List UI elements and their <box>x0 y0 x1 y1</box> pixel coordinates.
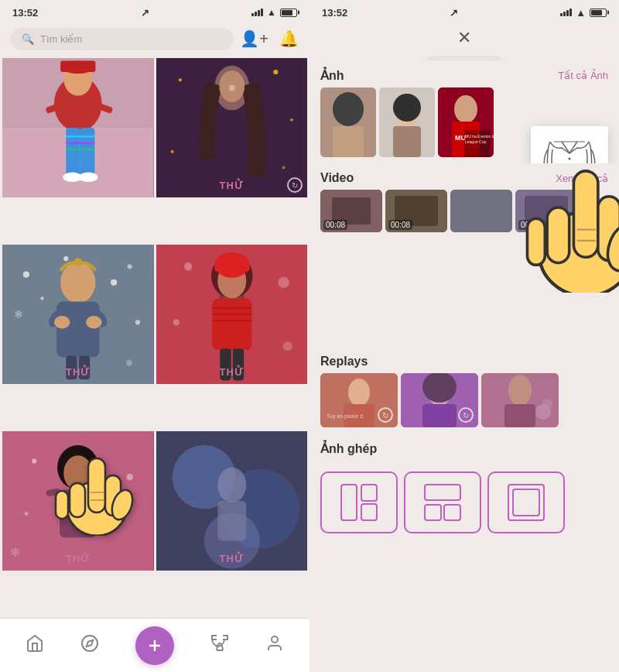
photos-link[interactable]: Tất cả Ảnh <box>558 70 608 81</box>
thu-label-4: THỬ <box>156 366 308 378</box>
svg-rect-140 <box>361 504 377 520</box>
svg-rect-10 <box>66 149 94 150</box>
svg-rect-135 <box>504 404 535 427</box>
fashion-popup <box>531 126 608 163</box>
search-input-right[interactable]: 🔍 Tìm kiếm <box>423 56 505 60</box>
photo-thumb-1[interactable] <box>320 87 376 157</box>
svg-point-100 <box>569 158 571 160</box>
svg-point-20 <box>282 166 285 169</box>
replay-icon-rt2: ↻ <box>458 407 474 423</box>
svg-point-134 <box>508 375 532 406</box>
video-section-header: Video Xem Tất cả <box>310 163 619 190</box>
search-icon-left: 🔍 <box>22 33 34 45</box>
video-thumb-4[interactable]: 00:11 <box>515 190 577 232</box>
replay-thumb-2[interactable]: ↻ <box>401 373 478 427</box>
nav-explore[interactable] <box>80 634 99 657</box>
wifi-icon: ▲ <box>267 7 276 18</box>
nav-profile[interactable] <box>265 634 284 657</box>
svg-point-30 <box>135 320 140 324</box>
svg-rect-142 <box>425 505 441 520</box>
svg-text:✦: ✦ <box>22 509 30 519</box>
collage-section <box>310 461 619 538</box>
svg-point-12 <box>79 173 98 182</box>
wifi-icon-right: ▲ <box>576 7 586 19</box>
svg-rect-52 <box>214 262 249 271</box>
svg-rect-35 <box>56 302 100 358</box>
search-placeholder-left: Tìm kiếm <box>40 33 82 45</box>
thu-label-2: THỬ <box>156 180 308 191</box>
photos-title: Ảnh <box>320 68 344 83</box>
svg-rect-98 <box>393 126 421 157</box>
collage-section-header: Ảnh ghép <box>310 434 619 461</box>
replay-icon-rt1: ↻ <box>378 407 393 423</box>
photo-thumb-2[interactable] <box>379 87 435 157</box>
left-panel: 13:52 ↗ ▲ 🔍 Tìm kiếm 👤+ 🔔 <box>0 0 310 672</box>
search-input-left[interactable]: 🔍 Tìm kiếm <box>11 28 234 50</box>
grid-item-1[interactable] <box>2 58 154 197</box>
svg-point-43 <box>173 319 179 325</box>
svg-rect-145 <box>513 489 539 516</box>
grid-item-6[interactable]: THỬ <box>156 431 308 571</box>
svg-point-75 <box>217 468 246 502</box>
replay-thumb-1[interactable]: Tuy an plaisir d ↻ <box>320 373 398 427</box>
svg-rect-5 <box>60 61 95 72</box>
status-bar-right: 13:52 ↗ ▲ <box>310 0 619 22</box>
svg-point-19 <box>170 150 173 153</box>
svg-text:MU: MU <box>455 134 466 142</box>
svg-point-27 <box>111 279 117 286</box>
replay-thumb-3[interactable] <box>481 373 559 427</box>
photo-thumb-4[interactable]: MU MU ha Everton de vao League Cup <box>438 87 494 157</box>
svg-point-23 <box>228 84 234 91</box>
nav-home[interactable] <box>26 634 44 657</box>
video-title: Video <box>320 171 354 185</box>
battery-icon-right <box>590 9 607 17</box>
bell-icon[interactable]: 🔔 <box>279 29 299 48</box>
status-icons-right: ▲ <box>560 7 607 19</box>
close-button[interactable]: ✕ <box>457 28 471 48</box>
search-bar-actions: 👤+ 🔔 <box>240 29 299 48</box>
grid-item-5[interactable]: ❄ ✦ ✦ THỬ <box>2 431 154 571</box>
collage-option-1[interactable] <box>320 471 398 533</box>
thu-label-6: THỬ <box>156 553 308 564</box>
replays-row: Tuy an plaisir d ↻ ↻ <box>310 373 619 434</box>
svg-text:MU ha Everton de vao: MU ha Everton de vao <box>465 134 494 139</box>
svg-point-17 <box>273 70 278 74</box>
svg-point-33 <box>60 262 95 303</box>
right-panel: 13:52 ↗ ▲ ✕ 🔍 Tìm kiếm Ảnh Tất cả Ảnh <box>310 0 619 672</box>
svg-point-36 <box>54 316 70 328</box>
svg-rect-138 <box>341 485 357 520</box>
replay-icon-2: ↻ <box>287 177 303 193</box>
svg-point-60 <box>32 458 36 463</box>
grid-item-2[interactable]: THỬ ↻ <box>156 58 308 197</box>
video-row: 00:08 00:08 00:11 <box>310 190 619 238</box>
svg-marker-86 <box>87 639 93 646</box>
collage-option-2[interactable] <box>404 471 481 533</box>
collage-options-row <box>320 471 608 533</box>
svg-rect-53 <box>212 298 251 350</box>
collage-option-3[interactable] <box>487 471 565 533</box>
video-link[interactable]: Xem Tất cả <box>556 173 608 184</box>
svg-point-65 <box>63 455 92 490</box>
grid-item-3[interactable]: ❄ ❄ <box>2 245 154 384</box>
svg-point-18 <box>289 118 292 122</box>
svg-point-104 <box>454 95 477 123</box>
svg-point-16 <box>178 78 181 81</box>
svg-rect-132 <box>422 404 457 427</box>
svg-text:✦: ✦ <box>125 494 132 502</box>
svg-point-85 <box>82 636 97 651</box>
video-thumb-3[interactable] <box>450 190 512 232</box>
video-thumb-2[interactable]: 00:08 <box>385 190 447 232</box>
search-bar-left[interactable]: 🔍 Tìm kiếm 👤+ 🔔 <box>0 22 310 56</box>
nav-trophy[interactable] <box>210 634 229 657</box>
nav-plus-button[interactable] <box>135 626 174 665</box>
svg-point-26 <box>63 256 68 261</box>
thu-label-5: THỬ <box>2 553 154 564</box>
svg-point-93 <box>333 92 364 126</box>
video-thumb-1[interactable]: 00:08 <box>320 190 382 232</box>
replays-title: Replays <box>320 355 368 369</box>
replays-section-header: Replays <box>310 347 619 373</box>
svg-rect-7 <box>80 128 95 176</box>
add-user-icon[interactable]: 👤+ <box>240 29 268 48</box>
grid-item-4[interactable]: THỬ <box>156 245 308 384</box>
svg-point-90 <box>272 636 278 643</box>
